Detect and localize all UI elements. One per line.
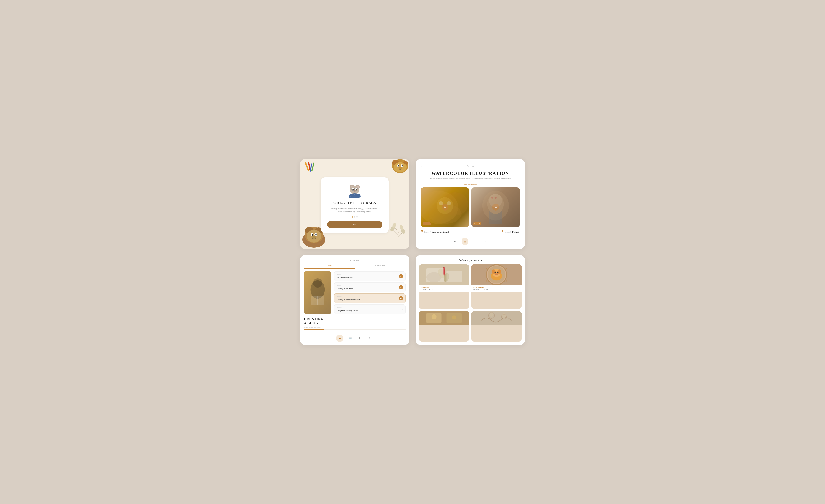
- lesson-row-2[interactable]: Lesson 2 History of Book Illustration ▶: [334, 293, 405, 303]
- student2-work: Modern Embroidery: [473, 288, 520, 290]
- lesson7-name-block: Lesson 7 Drawing an Animal: [424, 229, 449, 234]
- student-card-4[interactable]: [471, 311, 522, 342]
- lesson8-dot: [502, 230, 504, 232]
- lesson7-image[interactable]: Lesson 7: [421, 187, 469, 227]
- carousel-dots: [327, 216, 382, 218]
- progress-fill: [304, 329, 324, 330]
- svg-point-21: [315, 234, 317, 236]
- watercolor-course-card: ← Course WATERCOLOR ILLUSTRATION This is…: [416, 159, 525, 249]
- lesson3-arrow: ›: [402, 308, 403, 311]
- progress-bar-section: Passed 2 from 12 lessons: [304, 326, 405, 330]
- courses-tabs: Active Completed: [300, 262, 409, 269]
- dot-1[interactable]: [352, 216, 353, 218]
- students-back-button[interactable]: ←: [420, 258, 445, 262]
- svg-point-51: [489, 194, 502, 207]
- book-book-icon[interactable]: 📖: [347, 335, 353, 341]
- svg-rect-83: [471, 311, 522, 325]
- student-card-3[interactable]: [419, 311, 469, 342]
- students-grid: @deraneo Creating a Book: [416, 264, 525, 345]
- lesson0-text: Lesson 0 Review of Materials: [336, 273, 399, 279]
- student-card-2[interactable]: @deshevnaya Modern Embroidery: [471, 264, 522, 309]
- book-thumbnail: [304, 271, 331, 314]
- svg-point-71: [495, 272, 496, 273]
- dot-2[interactable]: [354, 216, 356, 218]
- svg-point-82: [452, 316, 456, 320]
- student-card-1[interactable]: @deraneo Creating a Book: [419, 264, 469, 309]
- svg-point-48: [447, 201, 451, 205]
- lesson0-check: ✓: [399, 274, 403, 278]
- book-play-icon[interactable]: ▶: [336, 335, 343, 342]
- svg-point-20: [312, 234, 313, 236]
- svg-point-11: [402, 165, 403, 167]
- lesson7-number: Lesson 7: [424, 231, 431, 233]
- svg-point-10: [398, 165, 399, 167]
- course-bottom-nav: ▶ ⊞ ⋮⋮ ⊙: [421, 236, 520, 245]
- creative-courses-subtitle: Drawing, illustration, embroidery, desig…: [327, 207, 382, 214]
- student-work-image-1: [419, 264, 469, 285]
- svg-point-47: [439, 201, 443, 205]
- svg-point-22: [312, 236, 316, 239]
- lesson3-num: Lesson 3: [336, 306, 402, 308]
- main-grid: CREATIVE COURSES Drawing, illustration, …: [287, 146, 538, 358]
- book-nav-bar: ← Courses: [300, 255, 409, 262]
- creating-book-card: ← Courses Active Completed: [300, 255, 409, 345]
- lesson1-title: History of the Book: [336, 287, 353, 290]
- student-work-image-4: [471, 311, 522, 325]
- lesson3-title: Detsgiz Publishing House: [336, 310, 358, 312]
- lesson-row-0[interactable]: Lesson 0 Review of Materials ✓: [334, 271, 405, 281]
- lesson1-text: Lesson 1 History of the Book: [336, 284, 399, 290]
- plant-decoration: [389, 221, 407, 244]
- apps-nav-icon[interactable]: ⋮⋮: [472, 238, 479, 245]
- student1-info: @deraneo Creating a Book: [419, 285, 469, 292]
- tab-completed[interactable]: Completed: [355, 264, 405, 269]
- svg-point-81: [432, 314, 437, 319]
- pencils-decoration: [302, 162, 321, 175]
- lesson0-num: Lesson 0: [336, 273, 399, 275]
- book-bottom-nav: ▶ 📖 ⊞ ⊙: [300, 333, 409, 345]
- grid-nav-icon[interactable]: ⊞: [462, 238, 468, 245]
- svg-point-36: [353, 189, 354, 189]
- nav-label: Course: [446, 165, 495, 167]
- tab-active[interactable]: Active: [304, 264, 355, 269]
- svg-point-46: [437, 197, 453, 214]
- student-work-image-2: [471, 264, 522, 285]
- svg-rect-63: [446, 271, 461, 282]
- lesson2-num: Lesson 2: [336, 295, 399, 297]
- back-button[interactable]: ←: [421, 164, 446, 168]
- profile-nav-icon[interactable]: ⊙: [483, 238, 489, 245]
- lesson0-title: Review of Materials: [336, 276, 353, 279]
- creative-courses-card: CREATIVE COURSES Drawing, illustration, …: [300, 159, 409, 249]
- lesson-row-3[interactable]: Lesson 3 Detsgiz Publishing House ›: [334, 305, 405, 314]
- student1-work: Creating a Book: [421, 288, 467, 290]
- play-nav-icon[interactable]: ▶: [451, 238, 458, 245]
- lesson-row-1[interactable]: Lesson 1 History of the Book ✓: [334, 282, 405, 292]
- lesson7-dot: [421, 230, 423, 232]
- svg-rect-78: [419, 311, 469, 325]
- student2-info: @deshevnaya Modern Embroidery: [471, 285, 522, 292]
- student-work-image-3: [419, 311, 469, 325]
- svg-point-75: [506, 268, 507, 269]
- next-button[interactable]: Next: [327, 221, 382, 228]
- lesson-images-row: Lesson 7 Lesson 8: [421, 187, 520, 227]
- dot-3[interactable]: [356, 216, 358, 218]
- lesson2-play[interactable]: ▶: [399, 296, 403, 300]
- progress-text: Passed 2 from 12 lessons: [304, 326, 405, 329]
- svg-point-35: [356, 188, 357, 190]
- lesson7-title: Drawing an Animal: [432, 231, 449, 233]
- svg-point-37: [356, 189, 357, 189]
- students-nav-bar: ← Работы учеников: [416, 255, 525, 264]
- lesson2-title: History of Book Illustration: [336, 299, 360, 301]
- lesson2-text: Lesson 2 History of Book Illustration: [336, 295, 399, 301]
- book-content-area: Lesson 0 Review of Materials ✓ Lesson 1 …: [300, 269, 409, 317]
- book-grid-icon[interactable]: ⊞: [357, 335, 364, 341]
- svg-point-74: [486, 268, 487, 269]
- svg-point-72: [497, 272, 499, 273]
- book-profile-icon[interactable]: ⊙: [367, 335, 374, 341]
- lesson8-image[interactable]: Lesson 8: [471, 187, 520, 227]
- book-nav-label: Courses: [329, 259, 380, 262]
- creative-courses-title: CREATIVE COURSES: [327, 201, 382, 205]
- book-back-button[interactable]: ←: [304, 258, 329, 262]
- svg-point-77: [506, 280, 507, 281]
- lesson8-name-block: Lesson 8 Portrait: [505, 229, 519, 234]
- svg-point-42: [354, 196, 355, 196]
